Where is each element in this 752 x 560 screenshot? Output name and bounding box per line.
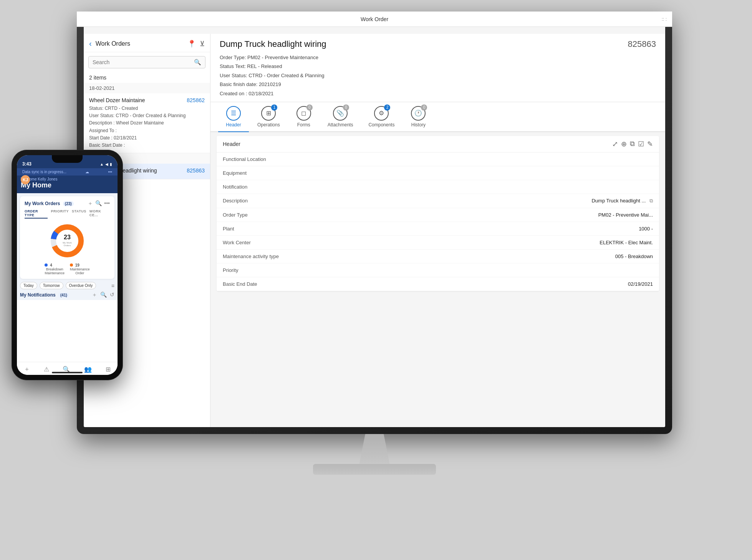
edit-icon[interactable]: ✎ xyxy=(647,140,653,148)
tab-components[interactable]: ⚙ 2 Components xyxy=(361,102,401,131)
monitor-top-title: Work Order xyxy=(361,18,388,22)
location-icon[interactable]: 📍 xyxy=(187,40,196,48)
search-box[interactable]: 🔍 xyxy=(88,56,205,68)
monitor-neck xyxy=(359,434,390,465)
notifications-header: My Notifications (41) ＋ 🔍 ↺ xyxy=(17,292,118,300)
field-functional-location: Functional Location xyxy=(217,152,659,166)
back-button[interactable]: ‹ xyxy=(89,39,92,48)
field-maintenance-activity: Maintenance activity type 005 - Breakdow… xyxy=(217,250,659,263)
items-count: 2 items xyxy=(84,72,210,83)
mini-tabs: ORDER TYPE PRIORITY STATUS WORK CE... xyxy=(25,209,110,219)
field-order-type: Order Type PM02 - Preventive Mai... xyxy=(217,208,659,222)
cloud-icon: ☁ xyxy=(85,170,89,174)
operations-tab-icon: ⊞ 1 xyxy=(261,106,276,121)
notifications-title: My Notifications (41) xyxy=(20,292,69,298)
wo-status-1: Status: CRTD - Created xyxy=(89,105,205,112)
sync-bar: Data sync is in progress... ☁ ••• xyxy=(17,168,118,176)
tab-history-label: History xyxy=(411,122,426,128)
search-notif-button[interactable]: 🔍 xyxy=(100,292,107,298)
wo-userstatus-1: User Status: CTRD - Order Created & Plan… xyxy=(89,112,205,119)
tab-forms-label: Forms xyxy=(297,122,310,128)
expand-icon[interactable]: ⤢ xyxy=(612,140,618,148)
tab-components-label: Components xyxy=(368,122,394,128)
copy-icon[interactable]: ⧉ xyxy=(630,140,635,148)
operations-badge: 1 xyxy=(271,104,277,111)
wo-basicstart-1: Basic Start Date : xyxy=(89,142,205,149)
search-wo-button[interactable]: 🔍 xyxy=(95,200,102,207)
check-icon[interactable]: ☑ xyxy=(638,140,644,148)
more-icon[interactable]: ••• xyxy=(108,170,112,174)
work-orders-card-title: My Work Orders (23) xyxy=(25,201,74,206)
wo-order-type: Order Type: PM02 - Preventive Maintenanc… xyxy=(220,53,656,62)
avatar: KJ xyxy=(21,175,30,184)
attachments-badge: 0 xyxy=(343,104,349,111)
phone-notch xyxy=(52,155,83,163)
wo-desc-1: Description : Wheel Dozer Maintaine xyxy=(89,119,205,127)
phone-bezel: 3:43 ▲ ◀ ▮ Data sync is in progress... ☁… xyxy=(12,150,123,380)
right-panel: Dump Truck headlight wiring 825863 Order… xyxy=(210,34,665,427)
wo-main-number: 825863 xyxy=(628,39,656,49)
date-group-1: 18-02-2021 xyxy=(84,83,210,93)
legend-maintenance: 19 MaintenanceOrder xyxy=(70,263,90,275)
phone-time: 3:43 xyxy=(22,161,31,167)
battery-icon: ▮ xyxy=(110,162,112,166)
section-actions: ⤢ ⊕ ⧉ ☑ ✎ xyxy=(612,140,653,148)
list-filter-icon[interactable]: ≡ xyxy=(111,283,114,289)
wo-status-text: Status Text: REL - Released xyxy=(220,62,656,71)
add-notif-button[interactable]: ＋ xyxy=(92,292,97,298)
svg-text:My Work: My Work xyxy=(63,242,72,244)
svg-point-1 xyxy=(53,227,81,255)
work-orders-card: My Work Orders (23) ＋ 🔍 ••• xyxy=(20,196,114,279)
tab-attachments[interactable]: 📎 0 Attachments xyxy=(321,102,360,131)
list-item[interactable]: Wheel Dozer Maintaine 825862 Status: CRT… xyxy=(84,93,210,153)
section-title: Header xyxy=(223,141,240,147)
forms-tab-icon: ◻ 0 xyxy=(296,106,311,121)
add-wo-button[interactable]: ＋ xyxy=(88,200,93,207)
wo-created-on: Created on : 02/18/2021 xyxy=(220,89,656,98)
filter-today[interactable]: Today xyxy=(20,282,37,289)
wo-num-1: 825862 xyxy=(187,97,205,103)
wo-count-badge: (23) xyxy=(63,201,74,206)
notif-actions: ＋ 🔍 ↺ xyxy=(92,292,114,298)
chart-legend: 4 BreakdownMaintenance 19 MaintenanceOrd… xyxy=(25,263,110,275)
wo-main-title-text: Dump Truck headlight wiring xyxy=(220,39,326,49)
monitor: Work Order :: : ‹ Work Orders 📍 ⊻ 🔍 2 it… xyxy=(77,12,672,472)
field-notification: Notification xyxy=(217,180,659,194)
search-input[interactable] xyxy=(93,59,194,65)
phone-screen: 3:43 ▲ ◀ ▮ Data sync is in progress... ☁… xyxy=(17,155,118,375)
filter-icon[interactable]: ⊻ xyxy=(200,40,205,48)
field-basic-end-date: Basic End Date 02/19/2021 xyxy=(217,277,659,291)
tab-forms[interactable]: ◻ 0 Forms xyxy=(288,102,319,131)
svg-text:23: 23 xyxy=(64,234,71,240)
header-section: Header ⤢ ⊕ ⧉ ☑ ✎ Functional Location xyxy=(217,136,659,291)
forms-badge: 0 xyxy=(306,104,313,111)
filter-tomorrow[interactable]: Tomorrow xyxy=(40,282,63,289)
components-badge: 2 xyxy=(384,104,390,111)
wo-user-status: User Status: CTRD - Order Created & Plan… xyxy=(220,71,656,80)
card-actions: ＋ 🔍 ••• xyxy=(88,200,110,207)
wo-name-1: Wheel Dozer Maintaine xyxy=(89,97,145,103)
copy-desc-icon[interactable]: ⧉ xyxy=(649,198,653,204)
header-tab-icon: ☰ xyxy=(226,106,241,121)
wo-startdate-1: Start Date : 02/18/2021 xyxy=(89,134,205,142)
refresh-notif-button[interactable]: ↺ xyxy=(110,292,114,298)
home-indicator[interactable] xyxy=(52,372,83,373)
tab-header[interactable]: ☰ Header xyxy=(218,102,249,132)
left-panel-title: Work Orders xyxy=(96,40,184,47)
wo-detail-header: Dump Truck headlight wiring 825863 Order… xyxy=(210,34,665,102)
add-icon[interactable]: ⊕ xyxy=(621,140,627,148)
filter-overdue[interactable]: Overdue Only xyxy=(66,282,96,289)
tab-history[interactable]: 🕐 0 History xyxy=(403,102,434,131)
section-title-bar: Header ⤢ ⊕ ⧉ ☑ ✎ xyxy=(217,136,659,152)
donut-chart: 23 My Work Orders xyxy=(25,222,110,260)
tab-status[interactable]: STATUS xyxy=(72,209,86,219)
history-badge: 0 xyxy=(421,104,427,111)
more-wo-button[interactable]: ••• xyxy=(104,200,110,207)
tab-priority[interactable]: PRIORITY xyxy=(51,209,69,219)
tab-operations[interactable]: ⊞ 1 Operations xyxy=(250,102,287,131)
signal-icon: ◀ xyxy=(105,162,108,166)
tab-order-type[interactable]: ORDER TYPE xyxy=(25,209,48,219)
field-plant: Plant 1000 - xyxy=(217,222,659,236)
wo-assignedto-1: Assigned To : xyxy=(89,127,205,134)
tab-work-center[interactable]: WORK CE... xyxy=(89,209,110,219)
